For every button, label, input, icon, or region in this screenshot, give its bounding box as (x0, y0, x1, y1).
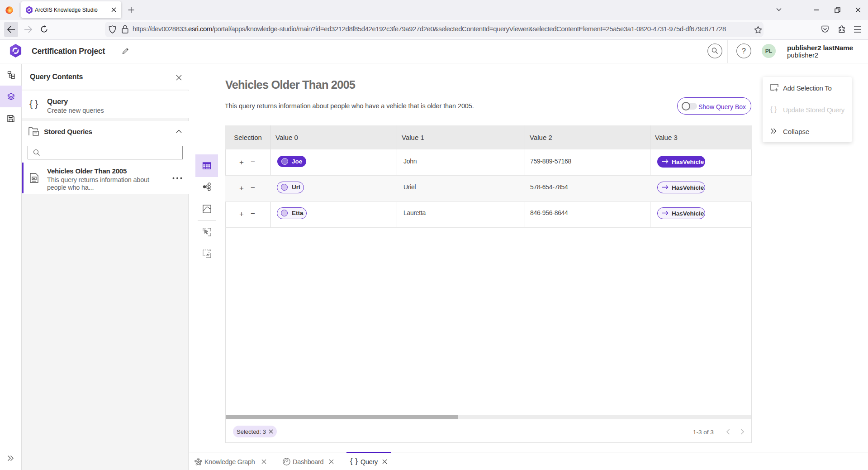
svg-text:?: ? (742, 47, 746, 55)
